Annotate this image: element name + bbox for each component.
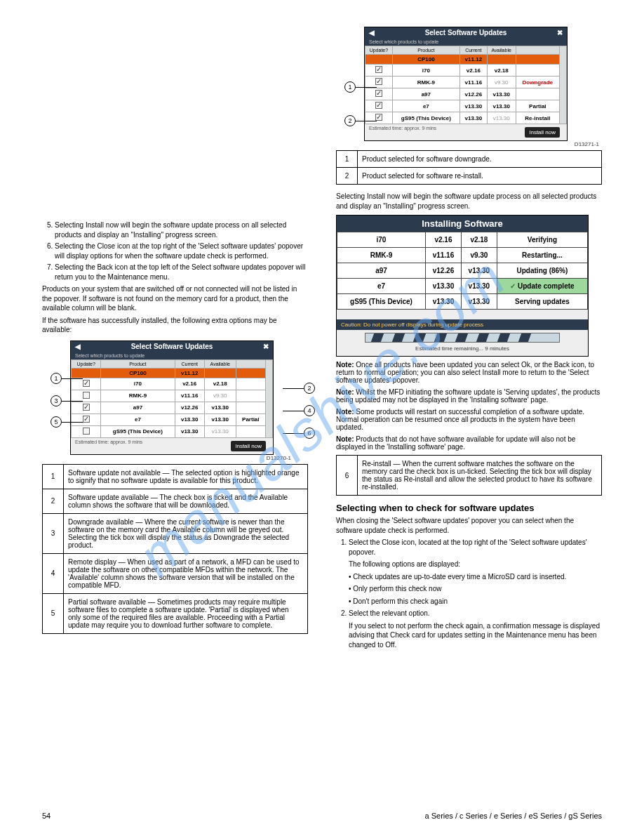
- progress-bar: [365, 333, 560, 343]
- col-update: Update?: [72, 359, 101, 368]
- heading: Selecting when to check for software upd…: [336, 503, 602, 513]
- select-updates-dialog-1: ◀ Select Software Updates ✖ Select which…: [364, 27, 568, 141]
- callout-1: 1: [51, 373, 62, 384]
- status: Serving updates: [497, 294, 587, 310]
- checkbox[interactable]: [83, 404, 90, 411]
- legend-item: Software update not available — The sele…: [64, 464, 308, 489]
- col-current: Current: [175, 359, 204, 368]
- legend-table-2b: 6Re-install — When the current software …: [336, 455, 602, 496]
- status-complete: ✓ Update complete: [497, 279, 587, 294]
- checkbox[interactable]: [375, 66, 382, 73]
- status: Restarting...: [497, 248, 587, 263]
- subhead: If the software has successfully install…: [42, 316, 308, 335]
- legend-item: Product selected for software downgrade.: [358, 151, 602, 168]
- step: Select the Close icon, located at the to…: [349, 538, 602, 606]
- dialog-title: Select Software Updates: [375, 29, 557, 37]
- legend-table-1: 1Product selected for software downgrade…: [336, 150, 602, 185]
- figure-ref: D13271-1: [364, 141, 602, 147]
- col-available: Available: [204, 359, 236, 368]
- caution-text: Caution: Do not power off displays durin…: [337, 319, 588, 330]
- callout-1: 1: [344, 81, 356, 93]
- checkbox[interactable]: [83, 416, 90, 423]
- install-now-button[interactable]: Install now: [525, 127, 560, 138]
- estimated-time: Estimated time: approx. 9 mins: [369, 126, 436, 131]
- dialog-subtitle: Select which products to update: [365, 38, 567, 46]
- select-updates-dialog-2: ◀ Select Software Updates ✖ Select which…: [70, 340, 274, 455]
- estimated-time: Estimated time: approx. 9 mins: [75, 439, 142, 444]
- paragraph: Selecting Install now will begin the sof…: [336, 192, 602, 211]
- legend-item: Downgrade available — Where the current …: [64, 513, 308, 553]
- step: Select the relevant option. If you selec…: [349, 609, 602, 649]
- figure-ref: D13270-1: [70, 455, 294, 461]
- callout-2: 2: [344, 115, 356, 126]
- check-icon: ✓: [510, 282, 516, 290]
- checkbox[interactable]: [375, 78, 382, 85]
- row-product: CP100: [101, 368, 175, 378]
- step: Selecting Install now will begin the sof…: [55, 220, 308, 239]
- install-now-button[interactable]: Install now: [231, 441, 266, 451]
- legend-item: Re-install — When the current software m…: [358, 456, 602, 496]
- scrollbar[interactable]: [560, 46, 567, 124]
- close-icon[interactable]: ✖: [263, 343, 269, 350]
- checkbox[interactable]: [375, 90, 382, 97]
- callout-2: 2: [304, 383, 315, 394]
- step: Selecting the Back icon at the top left …: [55, 263, 308, 282]
- back-icon[interactable]: ◀: [75, 343, 81, 350]
- dialog-title: Select Software Updates: [81, 343, 263, 350]
- note: Note: Products that do not have software…: [336, 435, 602, 451]
- scrollbar[interactable]: [266, 359, 273, 437]
- checkbox[interactable]: [83, 428, 90, 435]
- callout-3: 3: [51, 395, 62, 406]
- dialog-title: Installing Software: [337, 216, 588, 232]
- dialog-subtitle: Select which products to update: [71, 352, 273, 359]
- legend-item: Remote display — When used as part of a …: [64, 553, 308, 593]
- note-text: Products on your system that are switche…: [42, 284, 308, 313]
- legend-item: Partial software available — Sometimes p…: [64, 593, 308, 633]
- estimated-remaining: Estimated time remaining... 9 minutes: [337, 344, 588, 356]
- paragraph: When closing the 'Select software update…: [336, 516, 602, 535]
- status: Verifying: [497, 232, 587, 248]
- col-status: [236, 359, 265, 368]
- step: Selecting the Close icon at the top righ…: [55, 241, 308, 260]
- footer-text: a Series / c Series / e Series / eS Seri…: [425, 812, 603, 820]
- checkbox[interactable]: [375, 102, 382, 109]
- callout-5: 5: [51, 416, 62, 428]
- status: Updating (86%): [497, 263, 587, 279]
- note: Note: Once all products have been update…: [336, 361, 602, 384]
- legend-table-2: 1Software update not available — The sel…: [42, 464, 308, 634]
- back-icon[interactable]: ◀: [369, 29, 375, 37]
- installing-software-dialog: Installing Software i70v2.16v2.18Verifyi…: [336, 215, 589, 357]
- col-product: Product: [101, 359, 175, 368]
- page-number: 54: [42, 812, 51, 820]
- checkbox[interactable]: [83, 392, 90, 399]
- callout-4: 4: [304, 405, 315, 416]
- note: Note: Whilst the MFD initiating the soft…: [336, 388, 602, 404]
- close-icon[interactable]: ✖: [557, 29, 563, 37]
- note: Note: Some products will restart on succ…: [336, 408, 602, 431]
- checkbox[interactable]: [375, 114, 382, 121]
- checkbox[interactable]: [83, 380, 90, 387]
- callout-6: 6: [304, 428, 315, 439]
- legend-item: Product selected for software re-install…: [358, 168, 602, 185]
- legend-item: Software update available — The check bo…: [64, 489, 308, 513]
